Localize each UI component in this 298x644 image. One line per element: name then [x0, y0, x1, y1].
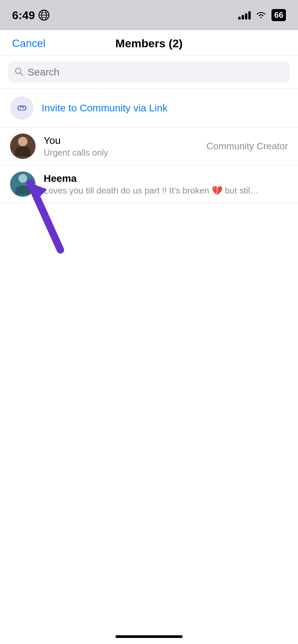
main-content: Cancel Members (2) Invite to Community v…: [0, 30, 298, 644]
wifi-icon: [255, 11, 267, 19]
invite-label: Invite to Community via Link: [42, 102, 167, 114]
invite-row[interactable]: Invite to Community via Link: [0, 89, 298, 127]
member-sub-heema: Loves you till death do us part !! It's …: [44, 185, 288, 196]
status-time: 6:49: [12, 9, 35, 22]
status-time-group: 6:49: [12, 9, 50, 22]
search-bar[interactable]: [8, 62, 290, 83]
battery-icon: 66: [271, 9, 286, 21]
member-row-you[interactable]: You Urgent calls only Community Creator: [0, 127, 298, 165]
status-icons: 66: [238, 9, 286, 21]
nav-bar: Cancel Members (2): [0, 30, 298, 56]
nav-title: Members (2): [115, 37, 183, 50]
member-info-you: You Urgent calls only: [44, 135, 198, 158]
home-indicator: [115, 635, 183, 638]
search-icon: [14, 67, 23, 77]
member-row-heema[interactable]: Heema Loves you till death do us part !!…: [0, 165, 298, 203]
member-info-heema: Heema Loves you till death do us part !!…: [44, 173, 288, 196]
member-role-you: Community Creator: [206, 141, 288, 152]
member-sub-you: Urgent calls only: [44, 148, 198, 158]
signal-icon: [238, 11, 251, 19]
link-icon: [16, 102, 28, 114]
member-name-you: You: [44, 135, 198, 146]
search-container: [0, 56, 298, 89]
member-name-heema: Heema: [44, 173, 288, 184]
status-bar: 6:49 66: [0, 0, 298, 30]
search-input[interactable]: [28, 66, 284, 78]
avatar-you: [10, 133, 36, 159]
invite-icon-circle: [10, 96, 34, 120]
globe-icon: [38, 9, 50, 21]
cancel-button[interactable]: Cancel: [12, 37, 46, 50]
svg-line-6: [20, 73, 23, 75]
avatar-heema: [10, 171, 36, 197]
